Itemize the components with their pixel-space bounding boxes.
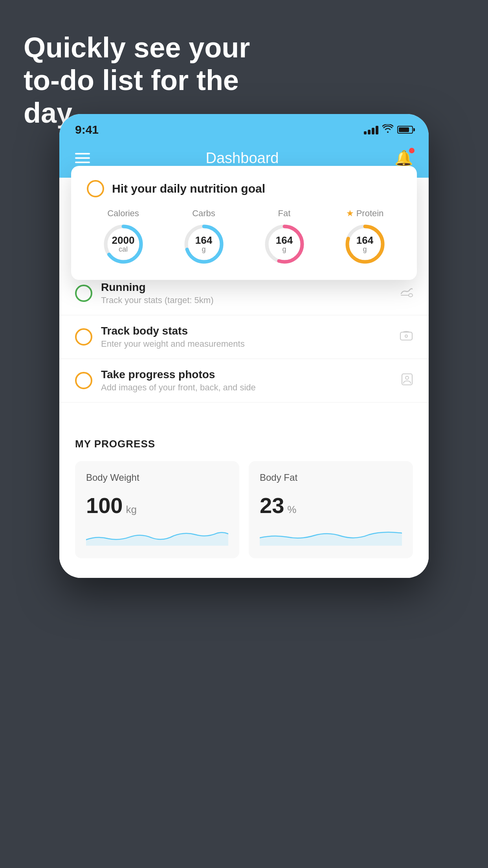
fat-label: Fat [278,208,291,219]
todo-circle-photos [75,372,92,389]
carbs-item: Carbs 164 g [182,208,226,266]
body-fat-chart [260,526,402,546]
running-icon [400,287,413,300]
body-weight-title: Body Weight [86,472,228,483]
protein-ring: 164 g [343,223,387,266]
app-content: THINGS TO DO TODAY Hit your daily nutrit… [59,178,429,578]
nutrition-card: Hit your daily nutrition goal Calories [71,166,417,280]
todo-title-body-stats: Track body stats [101,325,391,337]
person-icon [401,373,413,388]
todo-item-photos[interactable]: Take progress photos Add images of your … [59,359,429,403]
protein-value: 164 [356,235,373,245]
body-fat-card: Body Fat 23 % [249,461,413,558]
nutrition-row: Calories 2000 cal [87,208,401,266]
todo-subtitle-body-stats: Enter your weight and measurements [101,339,391,349]
svg-point-10 [405,335,407,337]
body-weight-chart [86,526,228,546]
calories-item: Calories 2000 cal [102,208,145,266]
battery-icon [397,126,413,134]
fat-value: 164 [276,235,293,245]
status-icons [364,124,413,135]
todo-text-photos: Take progress photos Add images of your … [101,368,393,393]
svg-point-8 [409,294,413,297]
signal-icon [364,125,378,134]
body-weight-unit: kg [126,504,136,516]
calories-ring: 2000 cal [102,223,145,266]
notification-button[interactable]: 🔔 [394,149,413,167]
body-fat-unit: % [287,504,296,516]
protein-unit: g [356,245,373,254]
body-weight-value-row: 100 kg [86,493,228,518]
todo-title-photos: Take progress photos [101,368,393,381]
progress-cards: Body Weight 100 kg Body Fat [75,461,413,558]
menu-button[interactable] [75,153,90,163]
phone-wrapper: 9:41 [59,114,429,578]
svg-point-12 [405,376,409,379]
progress-section: MY PROGRESS Body Weight 100 kg [59,422,429,578]
status-bar: 9:41 [59,114,429,142]
fat-unit: g [276,245,293,254]
todo-subtitle-running: Track your stats (target: 5km) [101,295,392,305]
todo-item-body-stats[interactable]: Track body stats Enter your weight and m… [59,315,429,359]
todo-circle-body-stats [75,328,92,346]
body-weight-value: 100 [86,493,123,518]
protein-label: ★ Protein [346,208,384,219]
calories-unit: cal [112,245,135,254]
protein-item: ★ Protein 164 g [343,208,387,266]
body-weight-card: Body Weight 100 kg [75,461,239,558]
body-fat-value-row: 23 % [260,493,402,518]
wifi-icon [382,124,393,135]
notification-badge [409,148,415,153]
fat-item: Fat 164 g [263,208,306,266]
fat-ring: 164 g [263,223,306,266]
carbs-label: Carbs [192,208,215,219]
todo-title-running: Running [101,281,392,294]
carbs-unit: g [195,245,212,254]
todo-text-running: Running Track your stats (target: 5km) [101,281,392,305]
todo-subtitle-photos: Add images of your front, back, and side [101,383,393,393]
calories-value: 2000 [112,235,135,245]
carbs-value: 164 [195,235,212,245]
nutrition-card-title: Hit your daily nutrition goal [112,182,265,195]
star-icon: ★ [346,208,354,219]
progress-header: MY PROGRESS [75,438,413,450]
carbs-ring: 164 g [182,223,226,266]
card-header: Hit your daily nutrition goal [87,180,401,197]
status-time: 9:41 [75,123,99,136]
body-fat-title: Body Fat [260,472,402,483]
todo-items-area: Running Track your stats (target: 5km) [59,272,429,403]
svg-rect-9 [400,332,412,340]
todo-text-body-stats: Track body stats Enter your weight and m… [101,325,391,349]
bottom-spacer [75,558,413,570]
spacer [59,403,429,422]
scale-icon [400,330,413,344]
body-fat-value: 23 [260,493,284,518]
phone-device: 9:41 [59,114,429,578]
todo-check-circle[interactable] [87,180,104,197]
todo-circle-running [75,285,92,302]
nav-title: Dashboard [206,150,279,167]
calories-label: Calories [107,208,139,219]
